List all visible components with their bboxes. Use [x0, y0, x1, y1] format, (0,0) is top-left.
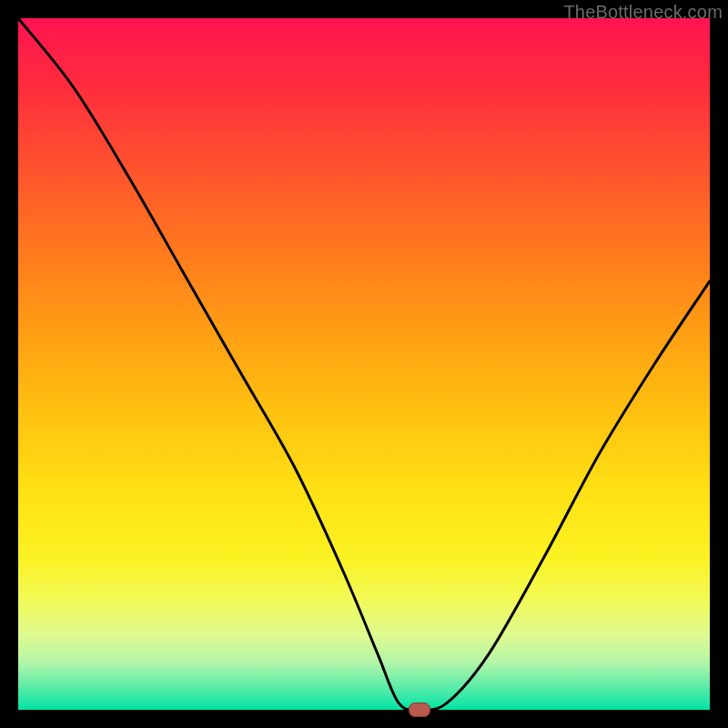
chart-stage: TheBottleneck.com: [0, 0, 728, 728]
bottleneck-curve: [18, 18, 710, 710]
plot-area: [18, 18, 710, 710]
optimal-marker: [409, 703, 430, 717]
